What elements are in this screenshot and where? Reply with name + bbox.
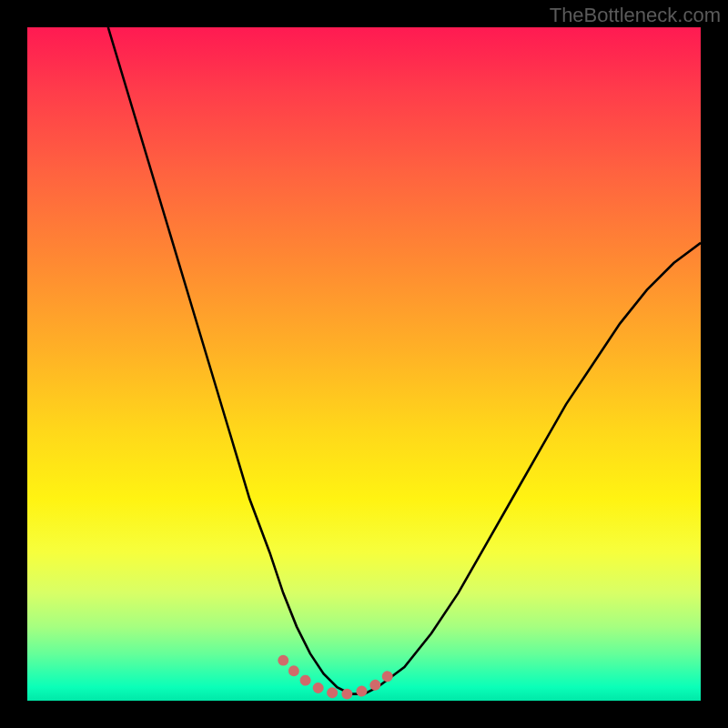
- chart-curves-svg: [27, 27, 701, 701]
- watermark-label: TheBottleneck.com: [550, 4, 721, 27]
- valley-highlight-path: [283, 661, 390, 694]
- main-curve-path: [108, 27, 701, 694]
- chart-plot-area: [27, 27, 701, 701]
